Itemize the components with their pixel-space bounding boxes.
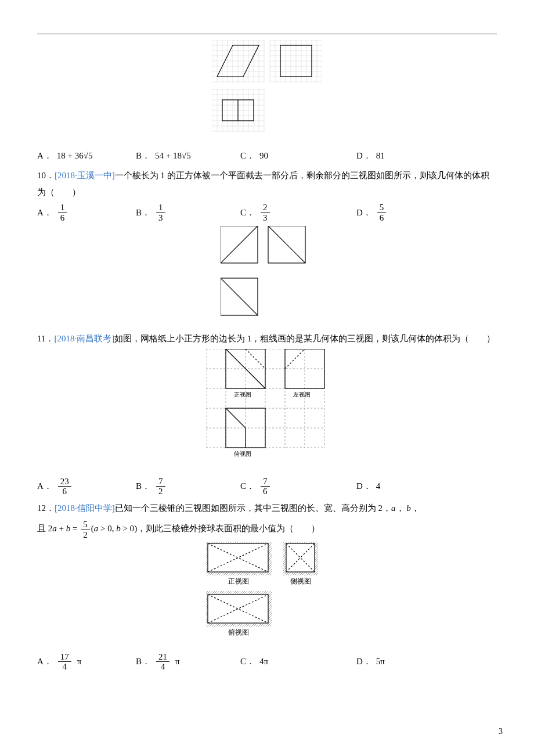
q11-source: [2018·南昌联考] [54,334,114,343]
q10-stem: 10．[2018·玉溪一中]一个棱长为 1 的正方体被一个平面截去一部分后，剩余… [37,167,497,200]
svg-line-58 [268,226,305,263]
svg-rect-88 [286,543,315,572]
q12-eq: 且 2a + b = 52(a > 0, b > 0)，则此三棱锥外接球表面积的… [37,520,497,539]
svg-line-79 [285,349,305,369]
q12-figure: 正视图 侧视图 俯视图 [37,542,497,646]
q11-label-left: 左视图 [293,391,311,398]
svg-rect-91 [206,593,270,625]
q12-source: [2018·信阳中学] [55,503,115,513]
q12-stem: 12．[2018·信阳中学]已知一个三棱锥的三视图如图所示，其中三视图的长、宽、… [37,500,497,517]
svg-line-56 [221,226,258,263]
q11-stem: 11．[2018·南昌联考]如图，网格纸上小正方形的边长为 1，粗线画的是某几何… [37,330,497,347]
svg-line-75 [226,349,246,369]
q11-figure: 正视图 左视图 俯视图 [37,349,497,471]
svg-line-77 [246,349,265,369]
q10-figure [37,226,497,325]
q11-options: A． 236 B． 72 C． 76 D．4 [37,477,497,496]
q10-options: A． 16 B． 13 C． 23 D． 56 [37,203,497,222]
svg-line-60 [221,278,258,315]
svg-line-90 [286,543,315,572]
q12-label-side: 侧视图 [290,577,311,585]
q11-opt-d: 4 [376,478,381,495]
q11-label-front: 正视图 [234,391,251,398]
svg-rect-83 [206,542,270,574]
q12-label-top: 俯视图 [228,628,249,636]
q11-label-top: 俯视图 [234,451,251,457]
svg-line-81 [226,408,246,428]
q9-opt-b: 54 + 18√5 [155,147,191,164]
q9-opt-c: 90 [259,147,268,164]
svg-line-89 [286,543,315,572]
q9-options: A．18 + 36√5 B．54 + 18√5 C．90 D．81 [37,147,497,164]
q12-options: A． 174π B． 214π C．4π D．5π [37,652,497,672]
q9-figure [37,40,497,142]
q10-source: [2018·玉溪一中] [55,171,115,180]
q9-opt-a: 18 + 36√5 [57,147,93,164]
q12-label-front: 正视图 [228,577,249,585]
page-number: 3 [499,724,503,740]
top-rule [37,34,497,34]
q9-opt-d: 81 [376,147,385,164]
svg-line-76 [246,369,265,388]
q12-opt-d: 5π [376,653,385,670]
q12-opt-c: 4π [259,653,268,670]
